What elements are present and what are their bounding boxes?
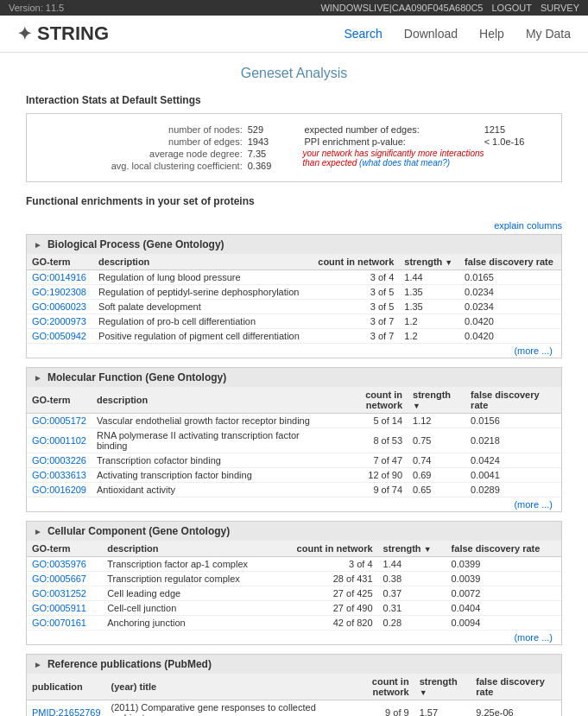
term-link[interactable]: GO:0005172	[32, 415, 86, 426]
term-link[interactable]: GO:0050942	[32, 331, 86, 341]
col-header-1[interactable]: description	[92, 387, 324, 414]
stats-table-right: expected number of edges: 1215 PPI enric…	[303, 123, 549, 149]
section-header-biological-process[interactable]: ►Biological Process (Gene Ontology)	[27, 235, 561, 254]
more-link[interactable]: (more ...)	[514, 499, 553, 510]
table-cell: GO:0050942	[27, 329, 93, 344]
topbar-right: WINDOWSLIVE|CAA090F045A680C5 LOGOUT SURV…	[320, 3, 579, 13]
col-header-2[interactable]: count in network	[311, 254, 400, 270]
term-link[interactable]: GO:0001102	[32, 435, 86, 446]
more-row[interactable]: (more ...)	[27, 344, 561, 358]
section-molecular-function: ►Molecular Function (Gene Ontology)GO-te…	[26, 367, 562, 512]
col-header-4[interactable]: false discovery rate	[471, 674, 561, 700]
section-header-cellular-component[interactable]: ►Cellular Component (Gene Ontology)	[27, 522, 561, 541]
table-row: GO:0005911Cell-cell junction27 of 4900.3…	[27, 601, 561, 616]
col-header-0[interactable]: GO-term	[27, 541, 102, 557]
explain-columns[interactable]: explain columns	[26, 220, 562, 231]
stats-row: PPI enrichment p-value: < 1.0e-16	[305, 136, 547, 147]
section-header-pubmed[interactable]: ►Reference publications (PubMed)	[27, 655, 561, 674]
col-header-0[interactable]: publication	[27, 674, 106, 700]
table-cell: Regulation of peptidyl-serine dephosphor…	[93, 285, 310, 300]
term-link[interactable]: GO:2000973	[32, 316, 86, 326]
section-header-molecular-function[interactable]: ►Molecular Function (Gene Ontology)	[27, 368, 561, 387]
more-link[interactable]: (more ...)	[514, 632, 553, 643]
table-cell: Anchoring junction	[102, 616, 277, 630]
table-row: GO:0031252Cell leading edge27 of 4250.37…	[27, 586, 561, 601]
term-link[interactable]: GO:0003226	[32, 455, 86, 466]
table-cell: 0.0156	[465, 414, 561, 428]
table-cell: (2011) Comparative gene responses to col…	[106, 700, 336, 717]
table-cell: 0.0420	[459, 314, 561, 329]
table-cell: 3 of 4	[277, 557, 377, 572]
table-cell: 0.65	[408, 483, 465, 497]
chevron-icon: ►	[34, 240, 42, 250]
term-link[interactable]: PMID:21652769	[32, 707, 101, 716]
col-header-2[interactable]: count in network	[336, 674, 414, 700]
table-cell: 27 of 425	[277, 586, 377, 601]
col-header-2[interactable]: count in network	[324, 387, 408, 414]
table-cell: 1.35	[399, 285, 459, 300]
sort-arrow-icon: ▼	[413, 402, 420, 410]
col-header-4[interactable]: false discovery rate	[465, 387, 561, 414]
table-cell: 1.35	[399, 300, 459, 314]
table-cell: Transcription factor ap-1 complex	[102, 557, 277, 572]
col-header-2[interactable]: count in network	[277, 541, 377, 557]
stats-section-title: Interaction Stats at Default Settings	[26, 94, 562, 106]
nav-download[interactable]: Download	[404, 27, 458, 41]
term-link[interactable]: GO:1902308	[32, 287, 86, 297]
col-header-4[interactable]: false discovery rate	[446, 541, 561, 557]
table-cell: Regulation of pro-b cell differentiation	[93, 314, 310, 329]
table-cell: 1.44	[399, 270, 459, 285]
table-cell: Cell leading edge	[102, 586, 277, 601]
more-row[interactable]: (more ...)	[27, 497, 561, 512]
term-link[interactable]: GO:0070161	[32, 618, 86, 628]
table-cell: GO:0005667	[27, 572, 102, 586]
nav-help[interactable]: Help	[479, 27, 504, 41]
logout-link[interactable]: LOGOUT	[492, 3, 532, 13]
col-header-0[interactable]: GO-term	[27, 254, 93, 270]
stat-label: average node degree:	[41, 149, 246, 159]
col-header-4[interactable]: false discovery rate	[459, 254, 561, 270]
term-link[interactable]: GO:0005667	[32, 573, 86, 584]
table-cell: 0.0399	[446, 557, 561, 572]
table-cell: 0.0039	[446, 572, 561, 586]
term-link[interactable]: GO:0016209	[32, 485, 86, 495]
explain-columns-link[interactable]: explain columns	[494, 220, 562, 231]
col-header-1[interactable]: description	[93, 254, 310, 270]
more-row[interactable]: (more ...)	[27, 630, 561, 645]
table-cell: 1.2	[399, 329, 459, 344]
col-header-3[interactable]: strength ▼	[399, 254, 459, 270]
section-cellular-component: ►Cellular Component (Gene Ontology)GO-te…	[26, 521, 562, 645]
table-row: GO:0005172Vascular endothelial growth fa…	[27, 414, 561, 428]
table-cell: GO:0031252	[27, 586, 102, 601]
main-nav: Search Download Help My Data	[344, 27, 571, 41]
table-row: GO:0033613Activating transcription facto…	[27, 468, 561, 483]
table-cell: 3 of 7	[311, 314, 400, 329]
table-cell: 9 of 9	[336, 700, 414, 717]
term-link[interactable]: GO:0033613	[32, 470, 86, 480]
logo-text: STRING	[37, 22, 109, 45]
table-cell: PMID:21652769	[27, 700, 106, 717]
term-link[interactable]: GO:0014916	[32, 272, 86, 282]
nav-mydata[interactable]: My Data	[526, 27, 571, 41]
table-cell: 0.37	[378, 586, 446, 601]
nav-search[interactable]: Search	[344, 27, 382, 41]
table-cell: 28 of 431	[277, 572, 377, 586]
term-link[interactable]: GO:0035976	[32, 559, 86, 569]
what-does-mean-link[interactable]: (what does that mean?)	[359, 158, 450, 168]
term-link[interactable]: GO:0005911	[32, 603, 86, 613]
term-link[interactable]: GO:0031252	[32, 588, 86, 599]
table-cell: Activating transcription factor binding	[92, 468, 324, 483]
col-header-1[interactable]: (year) title	[106, 674, 336, 700]
table-cell: Antioxidant activity	[92, 483, 324, 497]
col-header-1[interactable]: description	[102, 541, 277, 557]
stat-label: number of nodes:	[41, 124, 246, 135]
col-header-3[interactable]: strength ▼	[378, 541, 446, 557]
term-link[interactable]: GO:0060023	[32, 301, 86, 312]
survey-link[interactable]: SURVEY	[541, 3, 579, 13]
col-header-0[interactable]: GO-term	[27, 387, 92, 414]
stat-value: < 1.0e-16	[484, 136, 547, 147]
more-link[interactable]: (more ...)	[514, 345, 553, 356]
col-header-3[interactable]: strength ▼	[414, 674, 471, 700]
stat-value: 1943	[248, 136, 284, 147]
col-header-3[interactable]: strength ▼	[408, 387, 465, 414]
